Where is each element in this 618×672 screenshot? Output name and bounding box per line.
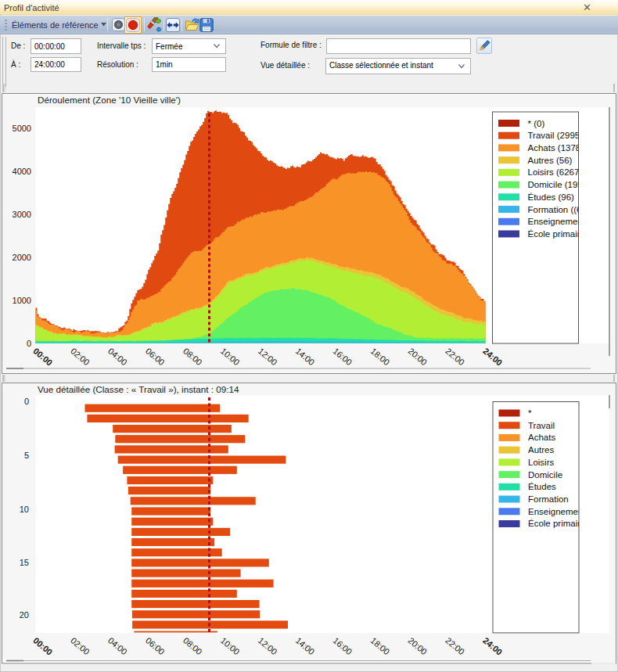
svg-text:Enseignement: Enseignement xyxy=(528,507,586,516)
svg-text:0: 0 xyxy=(27,339,31,348)
svg-text:Études: Études xyxy=(528,482,556,491)
svg-text:20: 20 xyxy=(20,610,29,620)
svg-text:Travail: Travail xyxy=(528,421,555,430)
svg-text:Achats: Achats xyxy=(528,433,555,442)
svg-text:*: * xyxy=(528,408,532,418)
svg-text:Vue détaillée (Classe : « Trav: Vue détaillée (Classe : « Travail »), in… xyxy=(38,384,239,394)
svg-text:Autres: Autres xyxy=(528,445,554,455)
svg-text:Domicile: Domicile xyxy=(528,470,562,480)
svg-text:Loisirs (6267): Loisirs (6267) xyxy=(528,167,583,177)
svg-text:* (0): * (0) xyxy=(528,119,545,128)
svg-text:Enseignement: Enseignement xyxy=(528,217,586,226)
svg-text:Loisirs: Loisirs xyxy=(528,458,554,467)
svg-text:École primaire: École primaire xyxy=(528,229,586,239)
svg-text:Études (96): Études (96) xyxy=(528,192,575,202)
svg-text:Déroulement (Zone '10 Vieille: Déroulement (Zone '10 Vieille ville') xyxy=(38,95,181,105)
svg-text:5000: 5000 xyxy=(13,124,31,133)
svg-text:2000: 2000 xyxy=(13,253,31,262)
svg-text:5: 5 xyxy=(24,451,29,460)
svg-text:10: 10 xyxy=(20,505,29,514)
svg-text:Formation: Formation xyxy=(528,494,569,504)
svg-text:0: 0 xyxy=(24,397,29,406)
svg-text:1000: 1000 xyxy=(13,296,31,305)
svg-text:15: 15 xyxy=(20,558,29,567)
svg-text:Autres (56): Autres (56) xyxy=(528,156,573,165)
svg-text:3000: 3000 xyxy=(13,210,31,219)
svg-text:École primaire: École primaire xyxy=(528,519,586,528)
svg-text:4000: 4000 xyxy=(13,167,31,176)
